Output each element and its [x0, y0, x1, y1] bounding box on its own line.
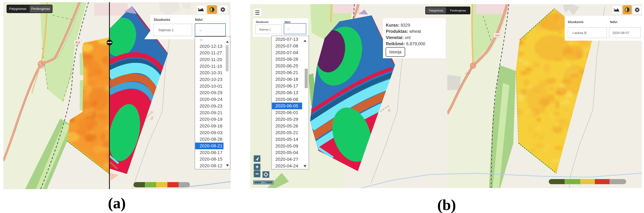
svg-text:Palyginimas: Palyginimas: [9, 7, 26, 11]
svg-text:2020-05-29: 2020-05-29: [275, 117, 298, 122]
svg-text:2020-06-17: 2020-06-17: [275, 84, 298, 88]
svg-text:2020-06-01: 2020-06-01: [275, 110, 298, 115]
svg-text:2020-09-24: 2020-09-24: [200, 97, 222, 102]
svg-text:(a): (a): [108, 194, 126, 211]
svg-text:2020-05-21: 2020-05-21: [275, 130, 298, 135]
svg-text:A12: A12: [495, 34, 500, 37]
svg-text:Ndvi: Ndvi: [195, 18, 202, 22]
svg-text:2020-09-29: 2020-09-29: [200, 90, 222, 95]
svg-text:2020-11-27: 2020-11-27: [200, 50, 222, 55]
svg-text:2020-04-27: 2020-04-27: [275, 157, 298, 162]
svg-text:2020-10-23: 2020-10-23: [200, 77, 222, 82]
svg-text:2020-07-13: 2020-07-13: [275, 37, 298, 42]
svg-text:2020-12-13: 2020-12-13: [200, 44, 222, 49]
svg-text:Reikšmė: 6,879,000: Reikšmė: 6,879,000: [386, 41, 425, 46]
svg-text:Kuras: 8329: Kuras: 8329: [386, 23, 410, 28]
svg-text:Pylys: Pylys: [466, 72, 470, 75]
svg-text:--: --: [200, 37, 202, 42]
svg-text:Sluoksnis: Sluoksnis: [568, 20, 584, 24]
svg-text:2020-05-14: 2020-05-14: [275, 137, 298, 142]
svg-text:2020-08-17: 2020-08-17: [200, 150, 222, 155]
svg-text:Sluoksnis: Sluoksnis: [256, 21, 268, 24]
svg-text:Perdengimas: Perdengimas: [450, 9, 466, 12]
svg-text:2020-06-28: 2020-06-28: [275, 57, 298, 62]
svg-text:Palyginimas: Palyginimas: [429, 9, 444, 12]
svg-text:2020-06-25: 2020-06-25: [275, 63, 298, 68]
svg-text:Perdengimas: Perdengimas: [31, 7, 50, 11]
svg-text:2020-05-26: 2020-05-26: [275, 123, 298, 128]
svg-text:Sejimas 1: Sejimas 1: [158, 28, 174, 32]
svg-text:2020-11-10: 2020-11-10: [200, 64, 222, 69]
svg-text:2020-04-24: 2020-04-24: [275, 163, 298, 168]
svg-text:100 m: 100 m: [261, 181, 266, 184]
svg-text:Produktas: wheat: Produktas: wheat: [386, 29, 421, 34]
svg-text:2020-08-15: 2020-08-15: [200, 157, 222, 161]
svg-text:2020-09-03: 2020-09-03: [200, 130, 222, 135]
svg-text:2020-08-12: 2020-08-12: [200, 163, 222, 168]
svg-text:2020-11-20: 2020-11-20: [200, 57, 222, 62]
svg-text:--: --: [288, 28, 289, 31]
svg-text:2020-10-31: 2020-10-31: [200, 70, 222, 75]
svg-text:Pylys: Pylys: [41, 64, 46, 66]
svg-text:2020-09-19: 2020-09-19: [200, 117, 222, 122]
svg-text:(b): (b): [437, 196, 456, 213]
svg-text:Ndvi: Ndvi: [610, 20, 618, 24]
svg-text:2020-08-21: 2020-08-21: [200, 143, 222, 148]
svg-text:2020-07-08: 2020-07-08: [275, 44, 298, 48]
svg-text:Vienetai: vnt: Vienetai: vnt: [386, 35, 411, 40]
svg-text:Laukas B: Laukas B: [572, 31, 586, 35]
svg-text:2020-08-28: 2020-08-28: [200, 137, 222, 142]
svg-text:Šiluvos: Šiluvos: [40, 67, 46, 69]
svg-text:2020-09-16: 2020-09-16: [200, 123, 222, 128]
svg-text:Sejimas 1: Sejimas 1: [259, 28, 271, 31]
svg-text:A12: A12: [75, 41, 80, 44]
svg-text:2020-06-05: 2020-06-05: [275, 103, 298, 108]
svg-text:2020-08-07: 2020-08-07: [612, 31, 629, 35]
svg-text:2020-09-23: 2020-09-23: [200, 104, 222, 108]
svg-text:Ndvi: Ndvi: [284, 21, 290, 24]
svg-text:--: --: [200, 28, 202, 32]
svg-text:Sluoksnis: Sluoksnis: [154, 18, 170, 22]
svg-text:2020-06-13: 2020-06-13: [275, 90, 298, 95]
svg-text:2020-05-09: 2020-05-09: [275, 143, 298, 148]
svg-text:2020-07-04: 2020-07-04: [275, 50, 298, 55]
svg-text:2020-10-01: 2020-10-01: [200, 84, 222, 89]
svg-text:Istorija: Istorija: [389, 50, 402, 54]
svg-text:2020-09-21: 2020-09-21: [200, 110, 222, 115]
svg-text:2020-06-18: 2020-06-18: [275, 77, 298, 82]
svg-text:2020-06-21: 2020-06-21: [275, 70, 298, 75]
svg-text:2020-06-08: 2020-06-08: [275, 97, 298, 102]
svg-text:2020-05-04: 2020-05-04: [275, 150, 298, 155]
